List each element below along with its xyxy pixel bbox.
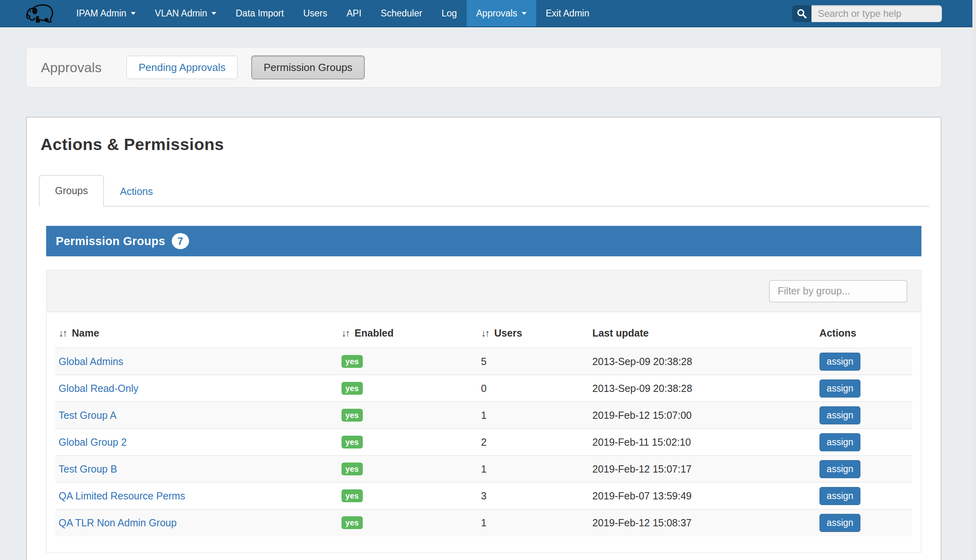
table-row: Global Read-Onlyyes02013-Sep-09 20:38:28… bbox=[55, 375, 912, 402]
group-name-link[interactable]: Global Read-Only bbox=[59, 383, 138, 394]
groups-table-container: ↓↑Name↓↑Enabled↓↑UsersLast updateActions… bbox=[46, 270, 921, 553]
nav-item-label: Data Import bbox=[236, 8, 284, 19]
nav-item-log[interactable]: Log bbox=[432, 0, 466, 26]
column-header-label: Actions bbox=[819, 327, 856, 339]
column-header-name[interactable]: ↓↑Name bbox=[55, 323, 338, 348]
nav-item-label: Users bbox=[303, 8, 327, 19]
tab-actions[interactable]: Actions bbox=[104, 175, 169, 207]
nav-item-approvals[interactable]: Approvals bbox=[467, 0, 536, 26]
column-header-label: Name bbox=[72, 327, 99, 339]
sort-icon[interactable]: ↓↑ bbox=[342, 327, 349, 339]
group-name-link[interactable]: QA TLR Non Admin Group bbox=[59, 517, 177, 528]
table-filter-bar bbox=[47, 270, 921, 312]
nav-item-label: Approvals bbox=[476, 8, 517, 19]
chevron-down-icon bbox=[211, 12, 216, 15]
nav-item-users[interactable]: Users bbox=[293, 0, 337, 26]
table-row: Test Group Byes12019-Feb-12 15:07:17assi… bbox=[55, 456, 912, 483]
search-icon[interactable] bbox=[792, 5, 811, 22]
nav-item-ipam-admin[interactable]: IPAM Admin bbox=[67, 0, 145, 26]
users-count: 1 bbox=[478, 509, 590, 536]
chevron-down-icon bbox=[522, 12, 527, 15]
last-update: 2019-Feb-12 15:07:00 bbox=[589, 402, 816, 429]
column-header-label: Enabled bbox=[355, 327, 394, 339]
assign-button[interactable]: assign bbox=[819, 460, 860, 478]
approvals-header-panel: Approvals Pending Approvals Permission G… bbox=[26, 47, 941, 87]
column-header-users[interactable]: ↓↑Users bbox=[478, 323, 590, 348]
elephant-icon bbox=[23, 2, 55, 24]
enabled-badge: yes bbox=[342, 463, 363, 475]
assign-button[interactable]: assign bbox=[819, 433, 860, 451]
users-count: 1 bbox=[478, 402, 590, 429]
group-count-badge: 7 bbox=[172, 233, 189, 249]
table-row: Global Group 2yes22019-Feb-11 15:02:10as… bbox=[55, 429, 912, 456]
top-navbar: IPAM AdminVLAN AdminData ImportUsersAPIS… bbox=[0, 0, 976, 27]
nav-item-label: Exit Admin bbox=[546, 8, 590, 19]
users-count: 0 bbox=[478, 375, 590, 402]
users-count: 2 bbox=[478, 429, 590, 456]
enabled-badge: yes bbox=[342, 355, 363, 368]
tab-content: Permission Groups 7 ↓↑Name↓↑Enabled↓↑Use… bbox=[27, 207, 941, 553]
table-header-row: ↓↑Name↓↑Enabled↓↑UsersLast updateActions bbox=[55, 323, 912, 348]
last-update: 2019-Feb-11 15:02:10 bbox=[589, 429, 816, 456]
column-header-label: Last update bbox=[592, 327, 649, 339]
table-row: QA TLR Non Admin Groupyes12019-Feb-12 15… bbox=[55, 509, 912, 536]
assign-button[interactable]: assign bbox=[819, 487, 860, 505]
search-input[interactable] bbox=[811, 5, 942, 22]
scrollbar[interactable] bbox=[972, 0, 976, 560]
last-update: 2019-Feb-07 13:59:49 bbox=[589, 483, 816, 509]
actions-permissions-panel: Actions & Permissions Groups Actions Per… bbox=[26, 117, 941, 560]
assign-button[interactable]: assign bbox=[819, 514, 860, 532]
enabled-badge: yes bbox=[342, 382, 363, 395]
nav-item-data-import[interactable]: Data Import bbox=[226, 0, 293, 26]
section-title: Actions & Permissions bbox=[41, 135, 941, 154]
column-header-last-update: Last update bbox=[589, 323, 816, 348]
page-title: Approvals bbox=[41, 60, 102, 75]
nav-item-label: IPAM Admin bbox=[76, 8, 126, 19]
users-count: 3 bbox=[478, 483, 590, 509]
nav-item-exit-admin[interactable]: Exit Admin bbox=[536, 0, 599, 26]
nav-item-api[interactable]: API bbox=[337, 0, 371, 26]
chevron-down-icon bbox=[131, 12, 136, 15]
enabled-badge: yes bbox=[342, 489, 363, 502]
table-row: Test Group Ayes12019-Feb-12 15:07:00assi… bbox=[55, 402, 912, 429]
last-update: 2019-Feb-12 15:07:17 bbox=[589, 456, 816, 483]
assign-button[interactable]: assign bbox=[819, 379, 860, 398]
assign-button[interactable]: assign bbox=[819, 406, 860, 424]
enabled-badge: yes bbox=[342, 516, 363, 529]
filter-input[interactable] bbox=[769, 280, 907, 302]
group-name-link[interactable]: Test Group B bbox=[59, 463, 117, 475]
navbar-search bbox=[792, 5, 942, 22]
last-update: 2013-Sep-09 20:38:28 bbox=[589, 375, 816, 402]
table-row: Global Adminsyes52013-Sep-09 20:38:28ass… bbox=[55, 348, 912, 375]
permission-groups-button[interactable]: Permission Groups bbox=[251, 55, 365, 79]
enabled-badge: yes bbox=[342, 436, 363, 448]
nav-item-label: VLAN Admin bbox=[155, 8, 207, 19]
column-header-actions: Actions bbox=[816, 323, 912, 348]
panel-title: Permission Groups bbox=[56, 235, 165, 248]
users-count: 5 bbox=[478, 348, 590, 375]
nav-item-label: Log bbox=[441, 8, 457, 19]
enabled-badge: yes bbox=[342, 409, 363, 422]
assign-button[interactable]: assign bbox=[819, 353, 860, 371]
sort-icon[interactable]: ↓↑ bbox=[481, 327, 489, 339]
last-update: 2013-Sep-09 20:38:28 bbox=[589, 348, 816, 375]
table-row: QA Limited Resource Permsyes32019-Feb-07… bbox=[55, 483, 912, 509]
nav-item-scheduler[interactable]: Scheduler bbox=[371, 0, 432, 26]
nav-item-vlan-admin[interactable]: VLAN Admin bbox=[145, 0, 226, 26]
tab-groups[interactable]: Groups bbox=[39, 175, 104, 207]
group-name-link[interactable]: Global Group 2 bbox=[59, 436, 127, 448]
column-header-enabled[interactable]: ↓↑Enabled bbox=[338, 323, 478, 348]
group-name-link[interactable]: Test Group A bbox=[59, 410, 117, 421]
permission-groups-heading: Permission Groups 7 bbox=[46, 226, 921, 256]
permission-groups-table: ↓↑Name↓↑Enabled↓↑UsersLast updateActions… bbox=[55, 323, 912, 536]
group-name-link[interactable]: QA Limited Resource Perms bbox=[59, 490, 185, 501]
phpipam-logo[interactable] bbox=[0, 0, 67, 26]
nav-item-label: API bbox=[346, 8, 361, 19]
sort-icon[interactable]: ↓↑ bbox=[59, 327, 66, 339]
last-update: 2019-Feb-12 15:08:37 bbox=[589, 509, 816, 536]
group-name-link[interactable]: Global Admins bbox=[59, 356, 123, 367]
nav-menu: IPAM AdminVLAN AdminData ImportUsersAPIS… bbox=[67, 0, 599, 26]
nav-item-label: Scheduler bbox=[381, 8, 423, 19]
pending-approvals-button[interactable]: Pending Approvals bbox=[126, 56, 238, 79]
table-body: ↓↑Name↓↑Enabled↓↑UsersLast updateActions… bbox=[47, 312, 921, 552]
